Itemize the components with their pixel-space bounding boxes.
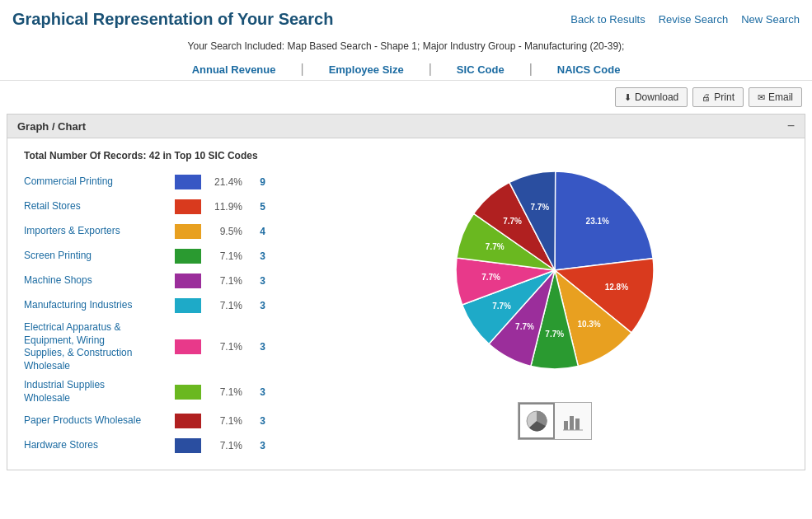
search-desc-label: Your Search Included:: [188, 40, 285, 52]
legend-count[interactable]: 9: [249, 176, 265, 188]
legend-color-box: [175, 199, 201, 214]
print-button[interactable]: 🖨 Print: [692, 87, 744, 107]
legend-count[interactable]: 5: [249, 201, 265, 213]
page-title: Graphical Representation of Your Search: [12, 10, 333, 29]
pie-slice-label: 7.7%: [545, 330, 564, 339]
legend-item: Machine Shops 7.1% 3: [24, 272, 304, 290]
svg-rect-2: [570, 416, 574, 430]
legend-color-box: [175, 414, 201, 428]
legend-pct: 7.1%: [208, 300, 242, 311]
action-bar: ⬇ Download 🖨 Print ✉ Email: [0, 81, 812, 114]
chart-type-selector: [518, 402, 592, 440]
chart-panel: 23.1%12.8%10.3%7.7%7.7%7.7%7.7%7.7%7.7%7…: [312, 147, 796, 461]
legend-count[interactable]: 3: [249, 386, 265, 398]
tab-naics-code[interactable]: NAICS Code: [533, 63, 645, 76]
legend-item: Retail Stores 11.9% 5: [24, 198, 304, 216]
pie-chart-button[interactable]: [519, 403, 555, 439]
tab-bar: Annual Revenue | Employee Size | SIC Cod…: [0, 54, 812, 81]
pie-slice-label: 10.3%: [577, 320, 600, 329]
legend-pct: 7.1%: [208, 341, 242, 353]
legend-pct: 7.1%: [208, 386, 242, 398]
legend-list: Commercial Printing 21.4% 9 Retail Store…: [24, 173, 304, 455]
pie-slice-label: 7.7%: [492, 302, 511, 311]
legend-color-box: [175, 298, 201, 313]
print-icon: 🖨: [702, 92, 711, 102]
legend-pct: 7.1%: [208, 250, 242, 262]
legend-count[interactable]: 4: [249, 226, 265, 237]
pie-slice-label: 12.8%: [604, 283, 627, 292]
bar-icon: [561, 409, 584, 432]
tab-sic-code[interactable]: SIC Code: [432, 63, 529, 76]
legend-color-box: [175, 224, 201, 239]
legend-color-box: [175, 249, 201, 264]
pie-slice-label: 7.7%: [515, 322, 534, 331]
search-description: Your Search Included: Map Based Search -…: [0, 35, 812, 54]
tab-annual-revenue[interactable]: Annual Revenue: [167, 63, 301, 76]
legend-label[interactable]: Electrical Apparatus &Equipment, WiringS…: [24, 321, 168, 372]
legend-pct: 7.1%: [208, 415, 242, 427]
legend-item: Commercial Printing 21.4% 9: [24, 173, 304, 191]
legend-item: Paper Products Wholesale 7.1% 3: [24, 412, 304, 430]
graph-title: Graph / Chart: [17, 120, 86, 133]
legend-label[interactable]: Commercial Printing: [24, 175, 168, 189]
legend-item: Electrical Apparatus &Equipment, WiringS…: [24, 321, 304, 372]
legend-count[interactable]: 3: [249, 275, 265, 287]
svg-rect-3: [575, 418, 580, 430]
pie-slice-label: 7.7%: [481, 273, 500, 282]
legend-color-box: [175, 438, 201, 453]
graph-content: Total Number Of Records: 42 in Top 10 SI…: [7, 138, 805, 470]
pie-slice-label: 23.1%: [585, 217, 608, 226]
legend-label[interactable]: Hardware Stores: [24, 439, 168, 452]
legend-item: Industrial SuppliesWholesale 7.1% 3: [24, 379, 304, 404]
legend-color-box: [175, 175, 201, 189]
back-to-results-link[interactable]: Back to Results: [570, 13, 645, 26]
legend-item: Importers & Exporters 9.5% 4: [24, 222, 304, 241]
legend-panel: Total Number Of Records: 42 in Top 10 SI…: [16, 147, 312, 461]
legend-label[interactable]: Machine Shops: [24, 274, 168, 288]
email-button[interactable]: ✉ Email: [749, 87, 802, 107]
page-header: Graphical Representation of Your Search …: [0, 0, 812, 35]
legend-color-box: [175, 385, 201, 400]
tab-employee-size[interactable]: Employee Size: [304, 63, 429, 76]
pie-chart: 23.1%12.8%10.3%7.7%7.7%7.7%7.7%7.7%7.7%7…: [439, 155, 670, 386]
legend-pct: 21.4%: [208, 176, 242, 188]
legend-label[interactable]: Importers & Exporters: [24, 225, 168, 238]
legend-count[interactable]: 3: [249, 440, 265, 451]
pie-slice-label: 7.7%: [530, 203, 549, 212]
search-desc-value: Map Based Search - Shape 1; Major Indust…: [288, 40, 625, 52]
legend-label[interactable]: Manufacturing Industries: [24, 299, 168, 312]
download-button[interactable]: ⬇ Download: [615, 87, 688, 107]
legend-pct: 7.1%: [208, 440, 242, 451]
graph-section: Graph / Chart − Total Number Of Records:…: [7, 114, 805, 470]
legend-pct: 9.5%: [208, 226, 242, 237]
pie-slice-label: 7.7%: [503, 217, 522, 226]
legend-color-box: [175, 274, 201, 288]
legend-item: Hardware Stores 7.1% 3: [24, 437, 304, 455]
download-icon: ⬇: [624, 92, 631, 103]
legend-count[interactable]: 3: [249, 250, 265, 262]
svg-rect-1: [564, 421, 568, 430]
legend-label[interactable]: Paper Products Wholesale: [24, 414, 168, 428]
pie-icon: [525, 409, 548, 432]
legend-color-box: [175, 339, 201, 354]
legend-count[interactable]: 3: [249, 341, 265, 353]
legend-label[interactable]: Screen Printing: [24, 250, 168, 263]
total-records: Total Number Of Records: 42 in Top 10 SI…: [24, 147, 304, 165]
revise-search-link[interactable]: Revise Search: [659, 13, 729, 26]
graph-header: Graph / Chart −: [7, 115, 805, 138]
legend-item: Manufacturing Industries 7.1% 3: [24, 297, 304, 315]
legend-count[interactable]: 3: [249, 415, 265, 427]
legend-pct: 11.9%: [208, 201, 242, 213]
legend-label[interactable]: Industrial SuppliesWholesale: [24, 379, 168, 404]
header-navigation: Back to Results Revise Search New Search: [570, 13, 800, 26]
bar-chart-button[interactable]: [555, 403, 591, 439]
legend-count[interactable]: 3: [249, 300, 265, 311]
new-search-link[interactable]: New Search: [741, 13, 800, 26]
legend-label[interactable]: Retail Stores: [24, 200, 168, 213]
pie-slice-label: 7.7%: [485, 242, 504, 251]
legend-pct: 7.1%: [208, 275, 242, 287]
legend-item: Screen Printing 7.1% 3: [24, 247, 304, 265]
email-icon: ✉: [758, 92, 765, 103]
minimize-button[interactable]: −: [787, 119, 795, 133]
